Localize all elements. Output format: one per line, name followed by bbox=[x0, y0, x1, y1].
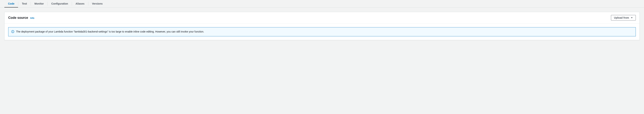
upload-from-button[interactable]: Upload from bbox=[611, 15, 636, 20]
info-icon bbox=[11, 30, 14, 33]
tab-monitor[interactable]: Monitor bbox=[31, 0, 48, 7]
tab-configuration[interactable]: Configuration bbox=[48, 0, 72, 7]
code-source-panel: Code source Info Upload from The deploym… bbox=[4, 12, 640, 40]
panel-title-wrap: Code source Info bbox=[8, 16, 34, 20]
tab-code[interactable]: Code bbox=[4, 0, 18, 7]
tab-versions[interactable]: Versions bbox=[88, 0, 106, 7]
upload-button-label: Upload from bbox=[614, 16, 629, 19]
panel-body: The deployment package of your Lambda fu… bbox=[4, 24, 640, 40]
info-alert: The deployment package of your Lambda fu… bbox=[8, 27, 636, 36]
tab-test[interactable]: Test bbox=[18, 0, 31, 7]
alert-message: The deployment package of your Lambda fu… bbox=[16, 30, 204, 34]
info-link[interactable]: Info bbox=[30, 17, 34, 19]
tabs-bar: Code Test Monitor Configuration Aliases … bbox=[0, 0, 644, 8]
tab-aliases[interactable]: Aliases bbox=[72, 0, 88, 7]
panel-title: Code source bbox=[8, 16, 28, 20]
caret-down-icon bbox=[631, 17, 633, 18]
svg-rect-2 bbox=[12, 31, 13, 31]
svg-rect-1 bbox=[12, 32, 13, 32]
panel-header: Code source Info Upload from bbox=[4, 12, 640, 24]
